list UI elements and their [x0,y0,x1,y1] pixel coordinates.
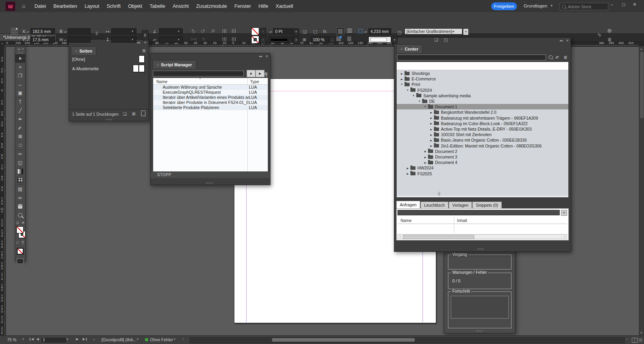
anfragen-hscrollbar[interactable]: ‹ › [397,234,567,239]
script-search-input[interactable] [153,71,244,76]
search-button[interactable] [548,54,554,60]
panel-menu-icon[interactable]: ≣ [608,37,611,42]
ruler-origin-icon[interactable]: + [1,42,3,46]
vertical-scroll-thumb[interactable] [640,52,644,118]
gradient-feather-tool[interactable] [15,176,25,184]
run-script-button[interactable]: ▶ [256,70,265,77]
tree-collapsed-icon[interactable]: ▶ [429,144,433,147]
tab-snippets-0-[interactable]: Snippets (0) [472,202,502,208]
tree-collapsed-icon[interactable]: ▶ [400,72,404,75]
menu-ansicht[interactable]: Ansicht [172,4,189,9]
x-stepper[interactable]: ▴▾ [26,28,29,35]
hand-tool[interactable] [15,202,25,211]
menu-layout[interactable]: Layout [85,4,100,9]
tree-item[interactable]: ▼Print [397,82,568,87]
tree-expanded-icon[interactable]: ▼ [412,95,415,97]
tree-item[interactable]: ▼Sample advertising media [397,93,568,98]
x-field[interactable]: 182,5 mm [31,28,55,35]
clear-overrides-icon[interactable]: ❏ [434,38,438,42]
tree-item[interactable]: ▶FS2025 [397,171,568,177]
selection-tool[interactable]: ➤ [15,54,25,63]
free-transform-tool[interactable]: ◱ [15,158,25,167]
scissors-tool[interactable]: ✂ [15,149,25,158]
delete-page-icon[interactable] [141,112,145,116]
tree-collapsed-icon[interactable]: ▶ [406,172,410,175]
hscroll-thumb[interactable] [403,235,474,239]
tab-vorlagen[interactable]: Vorlagen [449,202,472,208]
stroke-weight-field[interactable]: 0 Pt [273,28,293,35]
maximize-button[interactable]: ▢ [621,2,626,7]
scroll-up-icon[interactable]: ▴ [640,47,642,51]
script-manager-tab[interactable]: ◇ Script Manager [152,60,196,69]
gradient-swatch-tool[interactable] [15,167,25,176]
resize-grip[interactable] [206,182,212,184]
prev-page-button[interactable]: ◀ [36,337,39,341]
menu-datei[interactable]: Datei [34,4,46,9]
object-style-dropdown[interactable]: [Einfacher Grafikrahmen]+ [405,28,463,35]
text-wrap-icon[interactable] [347,29,352,33]
gap-field[interactable]: 4,233 mm [368,28,391,35]
preflight-icon[interactable]: ◔ [93,337,95,342]
vertical-scrollbar[interactable]: ▴ ▾ [639,46,644,335]
center-tab[interactable]: ◇ Center [396,44,423,53]
home-icon[interactable]: ⌂ [22,3,25,9]
menu-hilfe[interactable]: Hilfe [258,4,268,9]
stroke-weight-stepper[interactable]: ▴▾ [269,28,272,35]
tree-collapsed-icon[interactable]: ▶ [429,133,433,136]
close-panel-icon[interactable]: ✕ [144,41,147,44]
gap-stepper[interactable]: ▴▾ [364,28,367,35]
anfragen-filter-input[interactable] [397,210,560,215]
script-row[interactable]: Selektierte Produkte PlatzierenLUA [153,105,268,110]
width-field[interactable] [68,28,91,35]
collapse-panel-icon[interactable]: ◂◂ [259,55,262,58]
height-field[interactable] [68,36,91,43]
tree-item[interactable]: ▶Document 2 [397,149,568,154]
tab-anfragen[interactable]: Anfragen [396,201,420,208]
page-dropdown-icon[interactable]: ▾ [67,337,68,341]
flip-horizontal-icon[interactable]: ▷◁ [191,38,196,41]
swatch-dropdown[interactable] [368,36,391,43]
wrap-around-icon[interactable] [336,37,341,41]
text-wrap-active-icon[interactable] [336,27,344,35]
rectangle-tool[interactable]: □ [15,141,25,149]
y-field[interactable]: 17,5 mm [31,36,55,43]
tree-item[interactable]: ▶100192 Shirt mit Zierknoten [397,132,568,137]
script-row[interactable]: Iterator über Artikel/Varianten eines Pr… [153,95,268,100]
minimize-button[interactable]: – [609,2,615,7]
direct-selection-tool[interactable]: ➤ [15,63,25,71]
collapse-panel-icon[interactable]: ▸▸ [137,41,140,44]
corner-options-icon[interactable]: ◲ [303,29,307,34]
resize-grip[interactable] [476,330,483,332]
distribute-icon[interactable] [223,29,227,33]
effects-icon[interactable]: fx. [323,29,328,34]
gear-icon[interactable]: ⚙ [607,28,612,33]
pen-tool[interactable]: ✒ [15,115,25,124]
error-status-indicator[interactable]: Ohne Fehler [145,337,173,342]
workspace-switcher[interactable]: Grundlagen [524,4,547,8]
error-dropdown-icon[interactable]: ▾ [174,337,175,341]
column-type[interactable]: Type [250,79,259,84]
zoom-level[interactable]: 75 % [7,337,16,342]
apply-none-button[interactable] [16,247,24,255]
panel-splitter[interactable] [394,198,571,201]
menu-xactuell[interactable]: Xactuell [276,4,293,9]
screen-mode-button[interactable] [17,258,24,264]
tree-collapsed-icon[interactable]: ▶ [423,150,427,153]
close-panel-icon[interactable]: ✕ [566,39,569,42]
script-row[interactable]: Iterator über Produkte in Dokument FS24-… [153,100,268,105]
scroll-right-icon[interactable]: › [562,235,567,239]
close-panel-icon[interactable]: ✕ [265,55,268,58]
spread-view-icon[interactable] [632,338,638,343]
swap-swatches-icon[interactable]: ⇄ [22,221,25,224]
close-window-button[interactable]: ✕ [632,2,637,7]
tree-item[interactable]: ▶2in1-Edition: Mantel mit Organic Cotton… [397,143,568,149]
distribute-vertical-icon[interactable] [223,37,227,41]
chevron-down-icon[interactable]: ▾ [178,38,180,41]
stop-script-button[interactable]: ■ [247,70,256,77]
pages-item[interactable]: [Ohne] [69,55,149,64]
tree-item[interactable]: ▶Badeanzug mit abnehmbaren Trägern - 990… [397,115,568,121]
tree-collapsed-icon[interactable]: ▶ [406,167,410,169]
new-page-icon[interactable]: ⊞ [132,111,136,116]
corner-shape-icon[interactable]: ▢ [313,29,317,34]
chevron-down-icon[interactable]: ▾ [178,30,180,33]
